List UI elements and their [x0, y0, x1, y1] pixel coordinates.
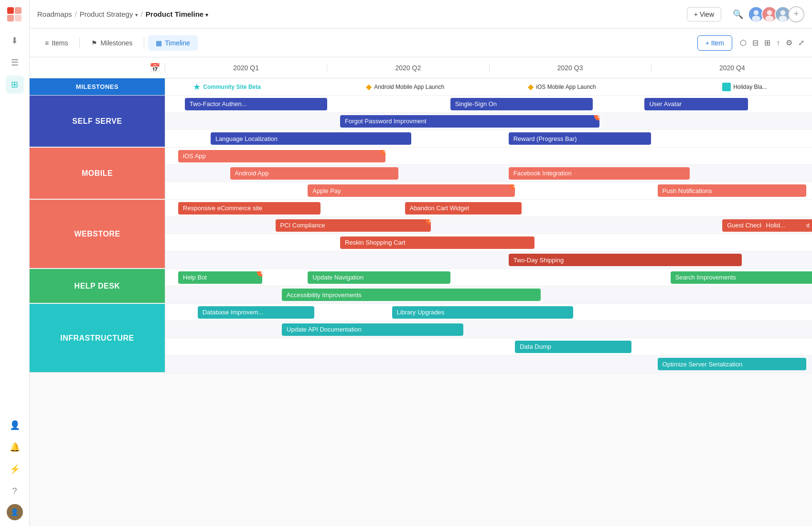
bar-two-day-shipping[interactable]: Two-Day Shipping [509, 254, 742, 266]
bar-language[interactable]: Language Localization [211, 132, 411, 145]
avatar-add[interactable]: + [788, 6, 804, 22]
badge-help-bot: 1 [257, 271, 262, 277]
settings-icon[interactable]: ⚙ [786, 38, 792, 47]
self-serve-label: SELF SERVE [30, 96, 165, 147]
sidebar-list-icon[interactable]: ☰ [6, 54, 24, 72]
left-sidebar: ⬇ ☰ ⊞ 👤 🔔 ⚡ ? 👤 [0, 0, 30, 526]
search-button[interactable]: 🔍 [733, 9, 743, 20]
toolbar-right-icons: ⬡ ⊟ ⊞ ↑ ⚙ ⤢ [740, 38, 804, 47]
bar-push-notifications[interactable]: Push Notifications [658, 184, 807, 197]
bar-library-upgrades[interactable]: Library Upgrades [392, 306, 574, 319]
svg-point-8 [767, 10, 772, 15]
tab-milestones[interactable]: ⚑ Milestones [84, 35, 140, 51]
badge-apple-pay: 1 [510, 184, 515, 190]
items-icon: ≡ [45, 39, 49, 47]
bar-facebook[interactable]: Facebook Integration [509, 167, 690, 180]
bar-optimize-server[interactable]: Optimize Server Serialization [658, 358, 807, 370]
diamond-icon-2: ◆ [528, 82, 534, 91]
bar-apple-pay[interactable]: Apple Pay 1 [308, 184, 515, 197]
sidebar-help-icon[interactable]: ? [6, 482, 24, 500]
bar-search-improvements[interactable]: Search Improvements 1 [671, 271, 812, 284]
group-infrastructure: INFRASTRUCTURE Database Improvem... Li [30, 304, 812, 373]
view-button[interactable]: + View [687, 7, 721, 21]
milestone-community[interactable]: ★ Community Site Beta [193, 82, 261, 92]
group-mobile: MOBILE iOS App 3 [30, 148, 812, 200]
quarter-q2: 2020 Q2 [327, 64, 489, 72]
rect-icon [722, 83, 731, 91]
svg-rect-0 [7, 7, 14, 14]
webstore-label: WEBSTORE [30, 200, 165, 268]
fullscreen-icon[interactable]: ⤢ [798, 38, 804, 47]
toolbar: ≡ Items ⚑ Milestones ▦ Timeline + Item ⬡… [30, 29, 812, 57]
bar-data-dump[interactable]: Data Dump [515, 341, 631, 353]
tab-items[interactable]: ≡ Items [37, 35, 75, 51]
bar-sso[interactable]: Single-Sign On [450, 98, 593, 110]
bar-android-app[interactable]: Android App [230, 167, 399, 180]
bar-update-navigation[interactable]: Update Navigation [308, 271, 450, 284]
self-serve-track-1: Two-Factor Authen... Single-Sign On User… [165, 96, 812, 113]
webstore-row: WEBSTORE Responsive eCommerce site Aba [30, 200, 812, 269]
bar-ios-app[interactable]: iOS App 3 [178, 150, 385, 162]
tab-divider-1 [79, 37, 80, 49]
milestone-ios[interactable]: ◆ iOS Mobile App Launch [528, 82, 596, 91]
sidebar-download-icon[interactable]: ⬇ [6, 32, 24, 50]
svg-rect-1 [15, 7, 21, 14]
quarter-q4: 2020 Q4 [652, 64, 812, 72]
quarter-columns: 2020 Q1 2020 Q2 2020 Q3 2020 Q4 [165, 64, 812, 72]
download-icon[interactable]: ↑ [776, 39, 780, 47]
group-icon[interactable]: ⊟ [752, 38, 759, 47]
bar-pci[interactable]: PCI Compliance 1 [276, 219, 431, 232]
bar-responsive-ecommerce[interactable]: Responsive eCommerce site [178, 202, 321, 215]
milestones-track: ★ Community Site Beta ◆ Android Mobile A… [165, 78, 812, 96]
webstore-track-2: PCI Compliance 1 Guest Checkout Improvem… [165, 217, 812, 234]
badge-ios-app: 3 [380, 150, 385, 155]
infra-track-3: Data Dump [165, 338, 812, 355]
milestones-label: MILESTONES [30, 78, 165, 96]
app-logo[interactable] [6, 6, 24, 24]
sidebar-bell-icon[interactable]: 🔔 [6, 438, 24, 456]
breadcrumb-root[interactable]: Roadmaps [37, 10, 72, 18]
badge-forgot-password: 1 [594, 115, 599, 120]
bar-forgot-password[interactable]: Forgot Password Improvment 1 [340, 115, 599, 128]
bar-two-factor[interactable]: Two-Factor Authen... [185, 98, 327, 110]
bar-reward[interactable]: Reward (Progress Bar) [509, 132, 651, 145]
columns-icon[interactable]: ⊞ [764, 38, 770, 47]
milestone-holiday[interactable]: Holiday Bla... [722, 83, 767, 91]
svg-point-12 [779, 15, 787, 21]
self-serve-track-2: Forgot Password Improvment 1 Multi-Accou… [165, 113, 812, 130]
svg-point-9 [765, 15, 774, 21]
group-webstore: WEBSTORE Responsive eCommerce site Aba [30, 200, 812, 269]
bar-reskin[interactable]: Reskin Shopping Cart [340, 236, 534, 249]
timeline-content: 📅 2020 Q1 2020 Q2 2020 Q3 2020 Q4 MILEST… [30, 57, 812, 526]
mobile-label: MOBILE [30, 148, 165, 199]
diamond-icon-1: ◆ [366, 82, 372, 91]
breadcrumb: Roadmaps / Product Strategy ▾ / Product … [37, 10, 208, 18]
sidebar-person-icon[interactable]: 👤 [6, 416, 24, 434]
sidebar-flash-icon[interactable]: ⚡ [6, 460, 24, 478]
bar-accessibility[interactable]: Accessibility Improvements [282, 289, 541, 301]
quarter-q1: 2020 Q1 [165, 64, 327, 72]
breadcrumb-middle[interactable]: Product Strategy ▾ [80, 10, 138, 18]
bar-user-avatar[interactable]: User Avatar [644, 98, 748, 110]
timeline-inner: 📅 2020 Q1 2020 Q2 2020 Q3 2020 Q4 MILEST… [30, 57, 812, 373]
bar-help-bot[interactable]: Help Bot 1 [178, 271, 262, 284]
milestone-android[interactable]: ◆ Android Mobile App Launch [366, 82, 444, 91]
breadcrumb-active[interactable]: Product Timeline ▾ [146, 10, 209, 18]
filter-icon[interactable]: ⬡ [740, 38, 747, 47]
tab-timeline[interactable]: ▦ Timeline [148, 35, 197, 51]
add-item-button[interactable]: + Item [697, 35, 732, 51]
sidebar-avatar[interactable]: 👤 [7, 504, 23, 520]
svg-rect-3 [15, 15, 21, 21]
star-icon: ★ [193, 82, 201, 92]
avatars: + [748, 6, 804, 22]
self-serve-track-3: Language Localization Reward (Progress B… [165, 130, 812, 147]
breadcrumb-sep2: / [141, 10, 143, 18]
bar-api-docs[interactable]: Update API Documentation [282, 323, 463, 336]
sidebar-timeline-icon[interactable]: ⊞ [6, 75, 24, 94]
main-area: Roadmaps / Product Strategy ▾ / Product … [30, 0, 812, 526]
mobile-row: MOBILE iOS App 3 [30, 148, 812, 200]
help-desk-label: HELP DESK [30, 269, 165, 303]
bar-database[interactable]: Database Improvem... [198, 306, 314, 319]
bar-abandon-cart[interactable]: Abandon Cart Widget [405, 202, 522, 215]
bar-holiday-webstore[interactable]: Holid... [761, 219, 807, 232]
